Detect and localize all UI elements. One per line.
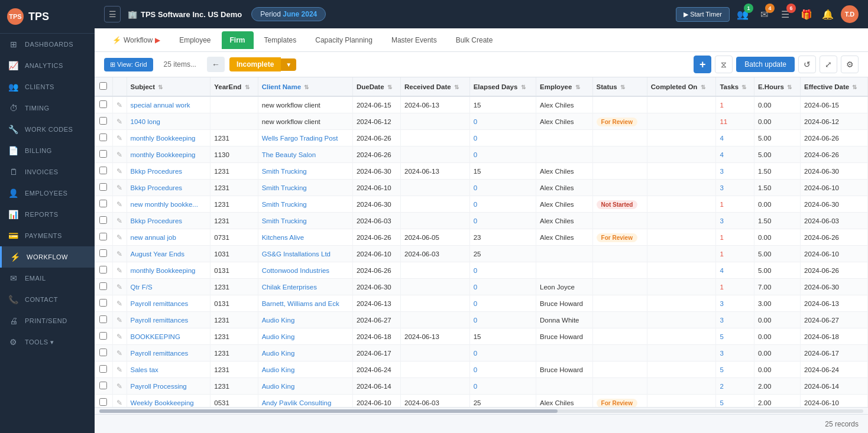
row-checkbox[interactable] — [99, 398, 107, 406]
expand-button[interactable]: ⤢ — [820, 56, 837, 73]
row-checkbox-cell[interactable] — [95, 96, 112, 113]
row-client[interactable]: GS&G Installations Ltd — [258, 246, 352, 262]
row-tasks[interactable]: 3 — [716, 312, 754, 328]
sidebar-item-timing[interactable]: ⏱ Timing — [0, 97, 95, 119]
row-checkbox-cell[interactable] — [95, 378, 112, 395]
row-checkbox[interactable] — [99, 134, 107, 141]
edit-icon[interactable]: ✎ — [116, 200, 122, 209]
row-client[interactable]: Audio King — [258, 362, 352, 378]
row-subject[interactable]: Payroll Processing — [127, 378, 210, 395]
tasks-icon-btn[interactable]: ☰ 6 — [777, 6, 793, 22]
sidebar-item-payments[interactable]: 💳 Payments — [0, 225, 95, 246]
row-checkbox-cell[interactable] — [95, 345, 112, 362]
row-client[interactable]: Barnett, Williams and Eck — [258, 295, 352, 312]
edit-icon[interactable]: ✎ — [116, 382, 122, 390]
row-edit-cell[interactable]: ✎ — [112, 146, 127, 163]
row-tasks[interactable]: 3 — [716, 163, 754, 180]
row-edit-cell[interactable]: ✎ — [112, 362, 127, 378]
row-subject[interactable]: Weekly Bookkeeping — [127, 395, 210, 408]
row-edit-cell[interactable]: ✎ — [112, 295, 127, 312]
row-tasks[interactable]: 11 — [716, 113, 754, 130]
bell-icon-btn[interactable]: 🔔 — [820, 6, 836, 22]
row-tasks[interactable]: 3 — [716, 345, 754, 362]
th-subject[interactable]: Subject ⇅ — [127, 77, 210, 96]
th-received-date[interactable]: Received Date ⇅ — [400, 77, 469, 96]
tab-workflow[interactable]: ⚡ Workflow ▶ — [104, 31, 169, 49]
sidebar-item-analytics[interactable]: 📈 Analytics — [0, 55, 95, 76]
row-edit-cell[interactable]: ✎ — [112, 279, 127, 295]
row-tasks[interactable]: 1 — [716, 96, 754, 113]
row-checkbox-cell[interactable] — [95, 295, 112, 312]
row-tasks[interactable]: 4 — [716, 130, 754, 146]
row-client[interactable]: Smith Trucking — [258, 213, 352, 229]
row-client[interactable]: Audio King — [258, 345, 352, 362]
row-checkbox[interactable] — [99, 349, 107, 356]
th-yearend[interactable]: YearEnd ⇅ — [210, 77, 258, 96]
row-tasks[interactable]: 1 — [716, 246, 754, 262]
edit-icon[interactable]: ✎ — [116, 333, 122, 341]
row-checkbox[interactable] — [99, 266, 107, 274]
back-button[interactable]: ← — [207, 57, 225, 72]
avatar[interactable]: T.D — [841, 5, 859, 23]
row-tasks[interactable]: 1 — [716, 196, 754, 213]
batch-update-button[interactable]: Batch update — [736, 57, 795, 72]
scrollbar-track[interactable] — [99, 409, 863, 413]
row-subject[interactable]: BOOKKEEPING — [127, 328, 210, 345]
users-icon-btn[interactable]: 👥 1 — [734, 6, 751, 22]
row-subject[interactable]: Payroll remittances — [127, 345, 210, 362]
gift-icon-btn[interactable]: 🎁 — [798, 6, 815, 22]
horizontal-scrollbar[interactable] — [95, 407, 868, 414]
row-checkbox-cell[interactable] — [95, 130, 112, 146]
row-checkbox-cell[interactable] — [95, 229, 112, 246]
th-duedate[interactable]: DueDate ⇅ — [352, 77, 400, 96]
th-tasks[interactable]: Tasks ⇅ — [716, 77, 754, 96]
tab-firm[interactable]: Firm — [222, 31, 254, 49]
row-checkbox[interactable] — [99, 249, 107, 257]
row-client[interactable]: new workflow client — [258, 113, 352, 130]
row-subject[interactable]: monthly Bookkeeping — [127, 130, 210, 146]
row-checkbox[interactable] — [99, 299, 107, 307]
row-checkbox-cell[interactable] — [95, 163, 112, 180]
row-client[interactable]: Wells Fargo Trading Post — [258, 130, 352, 146]
edit-icon[interactable]: ✎ — [116, 250, 122, 258]
edit-icon[interactable]: ✎ — [116, 233, 122, 242]
scrollbar-thumb[interactable] — [99, 409, 558, 413]
edit-icon[interactable]: ✎ — [116, 316, 122, 324]
row-subject[interactable]: Payroll remittances — [127, 312, 210, 328]
row-client[interactable]: Smith Trucking — [258, 163, 352, 180]
row-checkbox-cell[interactable] — [95, 113, 112, 130]
row-edit-cell[interactable]: ✎ — [112, 312, 127, 328]
messages-icon-btn[interactable]: ✉ 4 — [756, 6, 772, 22]
row-checkbox[interactable] — [99, 100, 107, 108]
row-tasks[interactable]: 3 — [716, 180, 754, 196]
row-checkbox[interactable] — [99, 365, 107, 373]
row-edit-cell[interactable]: ✎ — [112, 196, 127, 213]
edit-icon[interactable]: ✎ — [116, 366, 122, 374]
row-subject[interactable]: monthly Bookkeeping — [127, 146, 210, 163]
row-edit-cell[interactable]: ✎ — [112, 345, 127, 362]
row-tasks[interactable]: 3 — [716, 295, 754, 312]
row-tasks[interactable]: 2 — [716, 378, 754, 395]
th-status[interactable]: Status ⇅ — [592, 77, 647, 96]
th-client-name[interactable]: Client Name ⇅ — [258, 77, 352, 96]
th-ehours[interactable]: E.Hours ⇅ — [754, 77, 800, 96]
refresh-button[interactable]: ↺ — [798, 56, 816, 73]
row-edit-cell[interactable]: ✎ — [112, 113, 127, 130]
sidebar-item-email[interactable]: ✉ Email — [0, 268, 95, 289]
row-checkbox[interactable] — [99, 382, 107, 389]
sidebar-item-contact[interactable]: 📞 Contact — [0, 289, 95, 310]
sidebar-item-work-codes[interactable]: 🔧 Work Codes — [0, 119, 95, 140]
row-checkbox[interactable] — [99, 315, 107, 323]
period-badge[interactable]: Period June 2024 — [251, 7, 326, 21]
row-subject[interactable]: Bkkp Procedures — [127, 163, 210, 180]
row-edit-cell[interactable]: ✎ — [112, 378, 127, 395]
row-checkbox[interactable] — [99, 167, 107, 174]
edit-icon[interactable]: ✎ — [116, 184, 122, 192]
sidebar-item-reports[interactable]: 📊 Reports — [0, 204, 95, 225]
edit-icon[interactable]: ✎ — [116, 101, 122, 109]
row-subject[interactable]: monthly Bookkeeping — [127, 262, 210, 279]
row-client[interactable]: Audio King — [258, 312, 352, 328]
row-client[interactable]: Smith Trucking — [258, 196, 352, 213]
sidebar-item-print-send[interactable]: 🖨 Print/Send — [0, 310, 95, 331]
th-elapsed-days[interactable]: Elapsed Days ⇅ — [469, 77, 536, 96]
